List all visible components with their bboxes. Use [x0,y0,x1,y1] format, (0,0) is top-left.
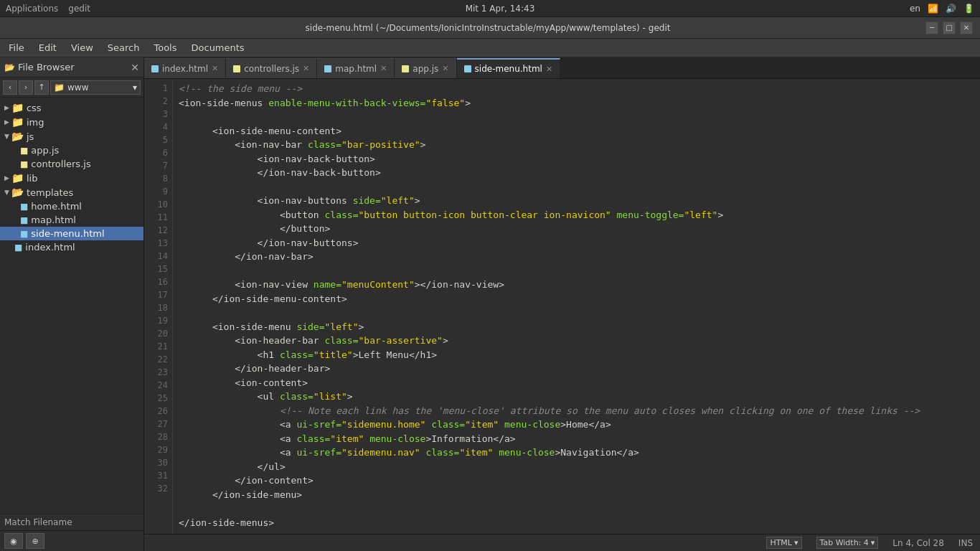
tab-map-html[interactable]: map.html ✕ [317,58,395,78]
nav-up-button[interactable]: ↑ [34,80,49,95]
volume-icon: 🔊 [946,4,956,14]
menu-documents[interactable]: Documents [186,41,250,55]
tree-item-css[interactable]: ▶ 📁 css [0,100,143,115]
current-folder-selector[interactable]: 📁 www ▾ [50,80,141,95]
tab-close-index-html[interactable]: ✕ [212,64,218,73]
titlebar: side-menu.html (~/Documents/IonicIntroIn… [0,17,980,39]
tab-width-selector[interactable]: Tab Width: 4 ▾ [816,537,879,549]
match-filename-label: Match Filename [0,514,143,530]
gedit-menu[interactable]: gedit [68,4,90,14]
folder-open-icon: 📂 [11,131,24,142]
window-controls[interactable]: ─ □ ✕ [925,22,973,34]
tab-controllers-js[interactable]: controllers.js ✕ [226,58,317,78]
tab-close-side-menu-html[interactable]: ✕ [546,65,552,74]
system-bar: Applications gedit Mit 1 Apr, 14:43 en 📶… [0,0,980,17]
tree-item-map-html[interactable]: ■ map.html [0,213,143,227]
code-content[interactable]: <!-- the side menu --> <ion-side-menus e… [173,79,980,534]
nav-back-button[interactable]: ‹ [3,80,17,95]
tree-item-js[interactable]: ▼ 📂 js [0,129,143,143]
wifi-icon: 📶 [928,4,938,14]
tree-item-app-js[interactable]: ■ app.js [0,143,143,157]
folder-icon: 📁 [11,102,24,113]
applications-menu[interactable]: Applications [6,4,58,14]
status-lang[interactable]: HTML ▾ [766,537,801,549]
tree-item-side-menu-html[interactable]: ■ side-menu.html [0,227,143,240]
line-numbers: 123 456 789 101112 131415 161718 192021 … [144,79,173,534]
menubar: File Edit View Search Tools Documents [0,39,980,57]
folder-open-icon: 📂 [11,187,24,198]
main-layout: 📂 File Browser ✕ ‹ › ↑ 📁 www ▾ ▶ 📁 css [0,57,980,551]
tree-item-home-html[interactable]: ■ home.html [0,199,143,213]
triangle-icon: ▶ [4,174,9,182]
maximize-button[interactable]: □ [943,22,956,34]
menu-file[interactable]: File [3,41,30,55]
sidebar-close-button[interactable]: ✕ [131,62,139,73]
tab-close-map-html[interactable]: ✕ [380,64,387,73]
status-tab-width[interactable]: Tab Width: 4 ▾ [816,537,879,549]
match-btn-1[interactable]: ◉ [4,533,23,549]
code-editor[interactable]: 123 456 789 101112 131415 161718 192021 … [144,79,980,534]
sidebar-header: 📂 File Browser ✕ [0,57,143,77]
battery-icon: 🔋 [963,4,974,14]
sidebar-navigation: ‹ › ↑ 📁 www ▾ [0,77,143,98]
folder-icon: 📁 [11,116,24,128]
sysbar-left: Applications gedit [6,4,90,14]
html-tab-icon [324,65,331,72]
tree-item-index-html[interactable]: ■ index.html [0,240,143,254]
triangle-icon: ▼ [4,189,9,196]
language-selector[interactable]: HTML ▾ [766,537,801,549]
window-title: side-menu.html (~/Documents/IonicIntroIn… [50,23,925,33]
tree-item-templates[interactable]: ▼ 📂 templates [0,185,143,199]
html-file-icon: ■ [20,202,28,212]
status-ln-col: Ln 4, Col 28 [892,538,944,548]
menu-tools[interactable]: Tools [148,41,182,55]
tab-index-html[interactable]: index.html ✕ [144,58,226,78]
tab-app-js[interactable]: app.js ✕ [395,58,456,78]
folder-icon: 📁 [11,172,24,184]
triangle-icon: ▶ [4,104,9,111]
editor-area: index.html ✕ controllers.js ✕ map.html ✕… [144,57,980,551]
html-tab-icon [464,65,471,72]
tree-item-img[interactable]: ▶ 📁 img [0,115,143,129]
tab-bar: index.html ✕ controllers.js ✕ map.html ✕… [144,57,980,79]
sysbar-right: en 📶 🔊 🔋 [910,4,974,14]
sidebar: 📂 File Browser ✕ ‹ › ↑ 📁 www ▾ ▶ 📁 css [0,57,144,551]
tree-item-controllers-js[interactable]: ■ controllers.js [0,157,143,171]
html-tab-icon [151,65,159,72]
sysbar-clock: Mit 1 Apr, 14:43 [466,4,535,14]
sidebar-title: 📂 File Browser [4,62,75,72]
js-tab-icon [402,65,409,72]
nav-forward-button[interactable]: › [19,80,33,95]
language-indicator[interactable]: en [910,4,920,14]
tab-close-controllers-js[interactable]: ✕ [303,64,309,73]
js-file-icon: ■ [20,159,28,169]
menu-search[interactable]: Search [102,41,146,55]
tab-side-menu-html[interactable]: side-menu.html ✕ [457,58,561,78]
html-file-icon: ■ [20,215,28,225]
html-file-icon: ■ [20,229,28,239]
match-btn-2[interactable]: ⊕ [26,533,44,549]
minimize-button[interactable]: ─ [925,22,938,34]
close-button[interactable]: ✕ [960,22,973,34]
triangle-icon: ▶ [4,118,9,126]
js-tab-icon [233,65,240,72]
status-ins: INS [958,538,973,548]
tab-close-app-js[interactable]: ✕ [442,64,448,73]
menu-view[interactable]: View [65,41,99,55]
triangle-icon: ▼ [4,133,9,140]
html-file-icon: ■ [14,242,22,253]
js-file-icon: ■ [20,146,28,156]
match-filename-input-area: ◉ ⊕ [0,530,143,551]
file-tree: ▶ 📁 css ▶ 📁 img ▼ 📂 js ■ app.js [0,98,143,514]
statusbar: HTML ▾ Tab Width: 4 ▾ Ln 4, Col 28 INS [144,534,980,551]
tree-item-lib[interactable]: ▶ 📁 lib [0,171,143,185]
menu-edit[interactable]: Edit [33,41,62,55]
